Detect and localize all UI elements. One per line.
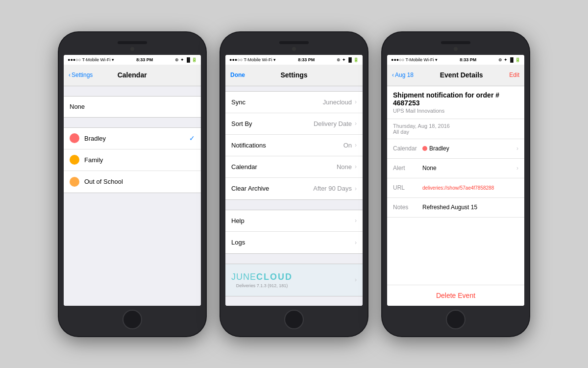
phone-bottom-2 [225, 306, 363, 331]
speaker-1 [118, 41, 147, 44]
edit-button[interactable]: Edit [509, 72, 519, 78]
chevron-event-calendar: › [516, 145, 518, 152]
settings-value-sync: Junecloud [323, 98, 352, 106]
settings-label-logs: Logs [231, 239, 355, 246]
settings-row-sync[interactable]: Sync Junecloud › [225, 92, 363, 113]
settings-row-sortby[interactable]: Sort By Delivery Date › [225, 113, 363, 135]
status-icons-1: ⊕ ✦ ▐▌🔋 [175, 57, 197, 62]
event-body: Shipment notification for order # 468725… [387, 86, 524, 285]
delete-event-button[interactable]: Delete Event [436, 292, 475, 299]
junecloud-section[interactable]: JUNECLOUD Deliveries 7.1.3 (912, 181) › [225, 264, 363, 296]
event-url-label: URL [393, 184, 422, 191]
dot-bradley [70, 133, 79, 143]
settings-section-help: Help › Logs › [225, 210, 363, 254]
nav-title-3: Event Details [440, 71, 483, 79]
settings-label-sync: Sync [231, 98, 323, 106]
status-carrier-3: ●●●○○ T-Mobile Wi-Fi ▾ [391, 57, 438, 62]
settings-label-cleararchive: Clear Archive [231, 185, 313, 192]
calendar-name: Bradley [429, 145, 449, 152]
phone-2: ●●●○○ T-Mobile Wi-Fi ▾ 8:33 PM ⊕ ✦ ▐▌🔋 D… [220, 32, 368, 336]
calendar-row-outofschool[interactable]: Out of School [64, 171, 201, 193]
event-date-section: Thursday, Aug 18, 2016 All day [387, 119, 524, 139]
event-calendar-row[interactable]: Calendar Bradley › [387, 139, 524, 159]
dot-family [70, 155, 79, 165]
chevron-left-icon-3: ‹ [392, 72, 394, 78]
nav-bar-1: ‹ Settings Calendar [64, 65, 201, 86]
event-screen: Shipment notification for order # 468725… [387, 86, 524, 306]
screen-content-2: Sync Junecloud › Sort By Delivery Date ›… [225, 86, 363, 306]
settings-row-notifications[interactable]: Notifications On › [225, 135, 363, 156]
screen-1: ●●●○○ T-Mobile Wi-Fi ▾ 8:33 PM ⊕ ✦ ▐▌🔋 ‹… [64, 55, 201, 306]
settings-row-logs[interactable]: Logs › [225, 232, 363, 253]
status-bar-1: ●●●○○ T-Mobile Wi-Fi ▾ 8:33 PM ⊕ ✦ ▐▌🔋 [64, 55, 201, 65]
event-footer: Delete Event [387, 285, 524, 306]
spacer-2 [64, 118, 201, 127]
event-title: Shipment notification for order # 468725… [393, 91, 518, 107]
event-subtitle: UPS Mail Innovations [393, 108, 518, 114]
calendar-label-bradley: Bradley [84, 135, 189, 142]
phone-3: ●●●○○ T-Mobile Wi-Fi ▾ 8:33 PM ⊕ ✦ ▐▌🔋 ‹… [382, 32, 529, 336]
nav-title-1: Calendar [118, 71, 147, 79]
settings-row-cleararchive[interactable]: Clear Archive After 90 Days › [225, 178, 363, 199]
chevron-sortby: › [355, 120, 357, 127]
back-label-1[interactable]: Settings [72, 72, 93, 78]
chevron-help: › [355, 217, 357, 224]
done-button[interactable]: Done [230, 72, 245, 78]
camera-3 [454, 47, 458, 51]
chevron-notifications: › [355, 142, 357, 148]
event-notes-label: Notes [393, 204, 422, 211]
status-bar-3: ●●●○○ T-Mobile Wi-Fi ▾ 8:33 PM ⊕ ✦ ▐▌🔋 [387, 55, 524, 65]
home-button-1[interactable] [122, 310, 142, 329]
chevron-sync: › [355, 98, 357, 105]
event-alert-label: Alert [393, 165, 422, 172]
settings-value-sortby: Delivery Date [314, 120, 352, 127]
home-button-2[interactable] [284, 310, 304, 329]
spacer-1 [64, 86, 201, 96]
event-alert-value: None [422, 165, 516, 172]
junecloud-name: JUNECLOUD [231, 272, 293, 282]
back-button-3[interactable]: ‹ Aug 18 [392, 72, 414, 78]
chevron-cleararchive: › [355, 185, 357, 192]
calendar-list: Bradley ✓ Family Out of School [64, 127, 201, 193]
status-carrier-2: ●●●○○ T-Mobile Wi-Fi ▾ [229, 57, 276, 62]
chevron-calendar: › [355, 163, 357, 170]
cloud-text: CLOUD [256, 272, 293, 282]
phone-bottom-1 [64, 306, 201, 331]
status-time-2: 8:33 PM [298, 57, 315, 62]
chevron-logs: › [355, 239, 357, 246]
event-allday: All day [393, 129, 518, 135]
home-button-3[interactable] [446, 310, 466, 329]
event-url-row[interactable]: URL deliveries://show/57ae4f7858288 [387, 178, 524, 198]
screen-3: ●●●○○ T-Mobile Wi-Fi ▾ 8:33 PM ⊕ ✦ ▐▌🔋 ‹… [387, 55, 524, 306]
event-notes-value: Refreshed August 15 [422, 204, 518, 211]
event-calendar-value: Bradley [422, 145, 516, 152]
camera-2 [292, 47, 296, 51]
junecloud-version: Deliveries 7.1.3 (912, 181) [236, 283, 288, 288]
back-label-3[interactable]: Aug 18 [395, 72, 414, 78]
dot-outofschool [70, 177, 79, 187]
phone-bottom-3 [387, 306, 524, 331]
chevron-event-alert: › [516, 165, 518, 172]
calendar-row-family[interactable]: Family [64, 149, 201, 171]
junecloud-logo: JUNECLOUD Deliveries 7.1.3 (912, 181) [231, 272, 293, 288]
screen-content-1: None Bradley ✓ Family Out of School [64, 86, 201, 306]
status-time-3: 8:33 PM [460, 57, 476, 62]
june-text: JUNE [231, 272, 256, 282]
event-url-value[interactable]: deliveries://show/57ae4f7858288 [422, 185, 518, 191]
settings-row-help[interactable]: Help › [225, 210, 363, 232]
none-row[interactable]: None [64, 96, 201, 118]
calendar-label-outofschool: Out of School [84, 178, 195, 185]
settings-label-sortby: Sort By [231, 120, 314, 127]
settings-label-help: Help [231, 217, 355, 224]
calendar-row-bradley[interactable]: Bradley ✓ [64, 128, 201, 149]
event-alert-row[interactable]: Alert None › [387, 159, 524, 178]
nav-bar-3: ‹ Aug 18 Event Details Edit [387, 65, 524, 86]
phone-1: ●●●○○ T-Mobile Wi-Fi ▾ 8:33 PM ⊕ ✦ ▐▌🔋 ‹… [59, 32, 206, 336]
settings-label-calendar: Calendar [231, 163, 337, 171]
settings-row-calendar[interactable]: Calendar None › [225, 156, 363, 178]
settings-value-notifications: On [343, 142, 352, 149]
calendar-dot [422, 146, 427, 151]
back-button-1[interactable]: ‹ Settings [69, 72, 93, 78]
settings-label-notifications: Notifications [231, 142, 343, 149]
chevron-junecloud: › [355, 276, 357, 283]
